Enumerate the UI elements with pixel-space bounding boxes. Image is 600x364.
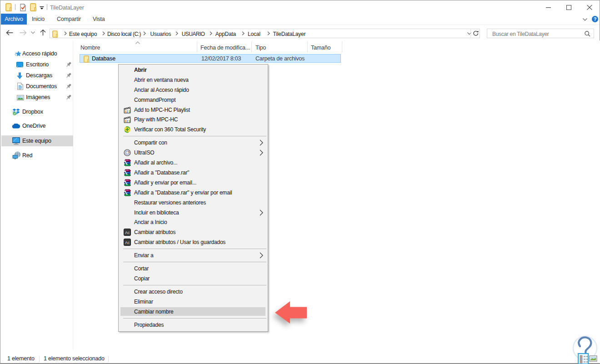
svg-text:Ac: Ac [125, 240, 130, 245]
svg-text:2: 2 [126, 120, 128, 123]
svg-text:1: 1 [129, 110, 130, 113]
svg-text:1: 1 [129, 120, 130, 123]
svg-text:2: 2 [126, 110, 128, 113]
svg-text:Ac: Ac [125, 230, 130, 235]
